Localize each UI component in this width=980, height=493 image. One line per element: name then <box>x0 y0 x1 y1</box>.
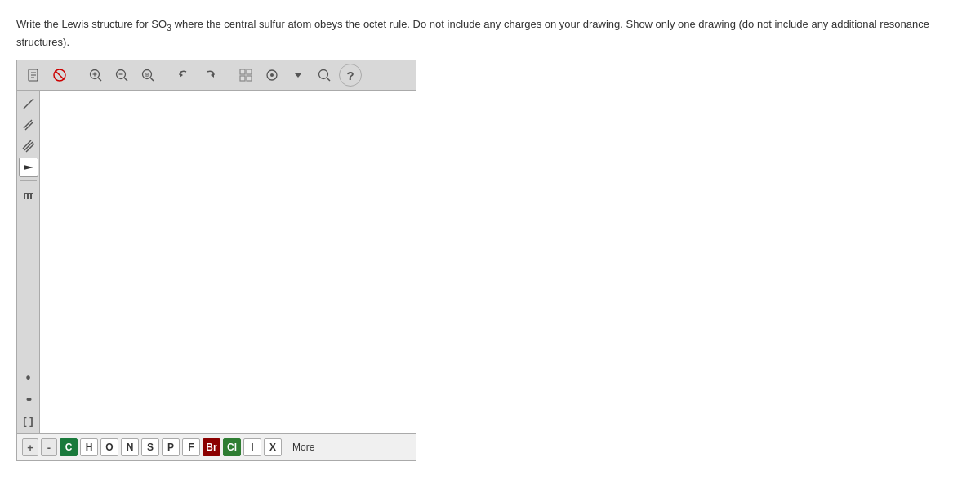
svg-line-5 <box>56 71 65 80</box>
svg-point-23 <box>270 73 274 77</box>
negative-charge-button[interactable]: - <box>41 438 57 456</box>
search-structure-button[interactable] <box>313 64 336 87</box>
atom-map-button[interactable] <box>261 64 283 87</box>
oxygen-atom-button[interactable]: O <box>100 438 118 456</box>
triple-bond-tool[interactable] <box>19 136 38 156</box>
svg-rect-38 <box>29 193 30 194</box>
sulfur-atom-button[interactable]: S <box>141 438 159 456</box>
help-button[interactable]: ? <box>339 64 362 87</box>
svg-line-26 <box>327 78 331 82</box>
toolbar-bottom: + - C H O N S P F Br Cl I X More <box>17 433 416 460</box>
svg-rect-40 <box>32 193 33 194</box>
svg-marker-24 <box>295 73 301 78</box>
tool-sidebar: • •• [ ] <box>17 91 40 433</box>
not-underline: not <box>430 18 444 30</box>
templates-button[interactable] <box>234 64 257 87</box>
single-bond-tool[interactable] <box>19 94 38 113</box>
svg-rect-37 <box>27 193 29 199</box>
editor-body: • •• [ ] <box>17 91 416 433</box>
dropdown-button[interactable] <box>287 64 310 87</box>
svg-rect-36 <box>25 193 27 194</box>
svg-rect-19 <box>247 69 252 74</box>
positive-charge-button[interactable]: + <box>22 438 38 456</box>
hydrogen-atom-button[interactable]: H <box>80 438 98 456</box>
svg-rect-20 <box>240 76 245 81</box>
svg-line-11 <box>125 78 128 82</box>
subscript-3: 3 <box>167 23 172 33</box>
fluorine-atom-button[interactable]: F <box>182 438 200 456</box>
svg-point-25 <box>319 70 328 79</box>
arrow-tool[interactable] <box>19 158 38 177</box>
svg-rect-21 <box>247 76 252 81</box>
charges-tool[interactable] <box>19 184 38 204</box>
zoom-fit-button[interactable]: ⊕ <box>136 64 159 87</box>
svg-line-27 <box>24 99 33 109</box>
erase-button[interactable] <box>48 64 71 87</box>
svg-rect-35 <box>24 193 25 195</box>
svg-marker-16 <box>180 73 183 78</box>
svg-line-14 <box>151 78 154 82</box>
drawing-canvas[interactable] <box>40 91 416 433</box>
iodine-atom-button[interactable]: I <box>243 438 261 456</box>
tool-separator-1 <box>20 180 37 181</box>
carbon-atom-button[interactable]: C <box>60 438 78 456</box>
svg-rect-18 <box>240 69 245 74</box>
new-document-button[interactable] <box>22 64 45 87</box>
svg-marker-17 <box>211 73 214 78</box>
zoom-in-button[interactable] <box>84 64 107 87</box>
bracket-tool[interactable]: [ ] <box>19 411 38 430</box>
obeys-underline: obeys <box>314 18 343 30</box>
molecule-editor: ⊕ <box>16 60 416 461</box>
phosphorus-atom-button[interactable]: P <box>162 438 180 456</box>
redo-button[interactable] <box>198 64 221 87</box>
lone-electron-tool[interactable]: • <box>19 368 38 388</box>
bromine-atom-button[interactable]: Br <box>203 438 220 456</box>
svg-line-7 <box>99 78 102 82</box>
lone-pair-tool[interactable]: •• <box>19 389 38 409</box>
more-button[interactable]: More <box>287 438 319 456</box>
chlorine-atom-button[interactable]: Cl <box>223 438 241 456</box>
toolbar-top: ⊕ <box>17 60 416 91</box>
double-bond-tool[interactable] <box>19 115 38 135</box>
instruction-text: Write the Lewis structure for SO3 where … <box>16 16 964 50</box>
delete-atom-button[interactable]: X <box>264 438 282 456</box>
svg-text:⊕: ⊕ <box>145 72 149 78</box>
svg-marker-33 <box>24 165 33 170</box>
svg-rect-39 <box>30 193 32 199</box>
undo-button[interactable] <box>172 64 195 87</box>
zoom-out-button[interactable] <box>110 64 133 87</box>
nitrogen-atom-button[interactable]: N <box>121 438 139 456</box>
